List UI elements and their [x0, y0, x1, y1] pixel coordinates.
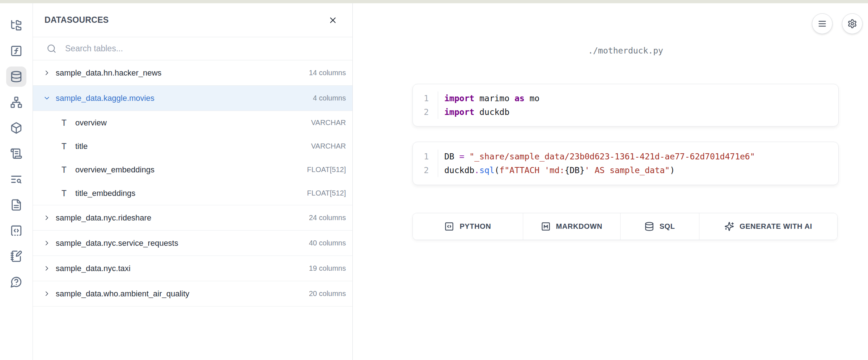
settings-gear-icon[interactable] [842, 13, 863, 34]
notebook-main: ./motherduck.py 12 import marimo as moim… [353, 3, 868, 360]
add-sql-label: SQL [660, 222, 675, 231]
add-sql-cell-button[interactable]: SQL [621, 213, 699, 240]
scratchpad-icon[interactable] [6, 246, 26, 266]
column-type: VARCHAR [311, 119, 346, 127]
file-tree-icon[interactable] [6, 15, 26, 35]
table-name: sample_data.nyc.rideshare [56, 213, 304, 223]
datasources-panel: DATASOURCES sample_data.hn.hacker_news 1… [33, 3, 353, 360]
notebook-filename[interactable]: ./motherduck.py [412, 45, 839, 56]
notebook-column: ./motherduck.py 12 import marimo as moim… [412, 3, 839, 240]
table-column-count: 20 columns [309, 290, 346, 298]
chevron-icon [43, 239, 51, 247]
table-row[interactable]: sample_data.who.ambient_air_quality 20 c… [33, 281, 352, 307]
table-name: sample_data.nyc.taxi [56, 264, 304, 273]
table-row[interactable]: sample_data.hn.hacker_news 14 columns [33, 60, 352, 86]
document-icon[interactable] [6, 195, 26, 215]
dependency-graph-icon[interactable] [6, 92, 26, 112]
table-column-count: 40 columns [309, 239, 346, 247]
table-name: sample_data.nyc.service_requests [56, 239, 304, 248]
line-numbers: 12 [413, 91, 438, 119]
columns-group: T overview VARCHAR T title VARCHAR T ove… [33, 111, 352, 205]
code-editor[interactable]: DB = "_share/sample_data/23b0d623-1361-4… [438, 150, 838, 177]
list-search-icon[interactable] [6, 169, 26, 189]
add-cell-bar: PYTHON MARKDOWN SQL GENERATE WITH AI [412, 213, 838, 240]
varchar-type-icon: T [60, 142, 68, 151]
varchar-type-icon: T [60, 165, 68, 175]
database-icon[interactable] [6, 67, 26, 87]
package-icon[interactable] [6, 118, 26, 138]
column-row[interactable]: T overview_embeddings FLOAT[512] [33, 158, 352, 181]
tables-list: sample_data.hn.hacker_news 14 columns sa… [33, 60, 352, 360]
table-column-count: 14 columns [309, 69, 346, 77]
varchar-type-icon: T [60, 189, 68, 198]
add-markdown-label: MARKDOWN [556, 222, 602, 231]
function-square-icon[interactable] [6, 41, 26, 61]
add-markdown-cell-button[interactable]: MARKDOWN [523, 213, 621, 240]
column-row[interactable]: T overview VARCHAR [33, 111, 352, 134]
add-python-cell-button[interactable]: PYTHON [413, 213, 523, 240]
column-type: VARCHAR [311, 142, 346, 150]
help-chat-icon[interactable] [6, 272, 26, 292]
table-column-count: 24 columns [309, 214, 346, 222]
table-row[interactable]: sample_data.nyc.taxi 19 columns [33, 256, 352, 281]
table-name: sample_data.who.ambient_air_quality [56, 289, 304, 299]
column-type: FLOAT[512] [307, 166, 346, 174]
table-column-count: 19 columns [309, 264, 346, 273]
table-name: sample_data.kaggle.movies [56, 94, 308, 103]
table-row[interactable]: sample_data.kaggle.movies 4 columns [33, 86, 352, 111]
line-numbers: 12 [413, 150, 438, 177]
generate-with-ai-label: GENERATE WITH AI [740, 222, 812, 231]
code-square-icon [444, 222, 454, 231]
close-icon[interactable] [328, 16, 338, 25]
left-icon-rail [0, 3, 33, 360]
generate-with-ai-button[interactable]: GENERATE WITH AI [699, 213, 837, 240]
app-root: DATASOURCES sample_data.hn.hacker_news 1… [0, 3, 868, 360]
column-row[interactable]: T title VARCHAR [33, 134, 352, 158]
snippets-code-icon[interactable] [6, 220, 26, 241]
varchar-type-icon: T [60, 118, 68, 128]
chevron-icon [43, 214, 51, 222]
table-column-count: 4 columns [313, 94, 346, 102]
table-row[interactable]: sample_data.nyc.rideshare 24 columns [33, 205, 352, 231]
chevron-icon [43, 265, 51, 272]
chevron-icon [43, 290, 51, 297]
column-type: FLOAT[512] [307, 189, 346, 197]
datasources-panel-header: DATASOURCES [33, 3, 352, 37]
code-editor[interactable]: import marimo as moimport duckdb [438, 91, 838, 119]
column-name: title [75, 142, 304, 151]
search-tables-input[interactable] [64, 43, 344, 54]
database-icon [644, 222, 654, 231]
column-name: overview_embeddings [75, 165, 300, 175]
column-name: title_embeddings [75, 189, 300, 198]
column-name: overview [75, 118, 304, 128]
table-row[interactable]: sample_data.nyc.service_requests 40 colu… [33, 231, 352, 256]
panel-title: DATASOURCES [45, 15, 109, 25]
search-row [33, 37, 352, 60]
markdown-square-icon [541, 222, 551, 231]
chevron-icon [43, 69, 51, 77]
search-icon [47, 44, 56, 53]
code-cell[interactable]: 12 DB = "_share/sample_data/23b0d623-136… [412, 142, 839, 185]
add-python-label: PYTHON [460, 222, 491, 231]
scroll-logs-icon[interactable] [6, 143, 26, 164]
table-name: sample_data.hn.hacker_news [56, 68, 304, 78]
column-row[interactable]: T title_embeddings FLOAT[512] [33, 181, 352, 205]
chevron-icon [43, 94, 51, 102]
code-cell[interactable]: 12 import marimo as moimport duckdb [412, 84, 839, 127]
sparkles-icon [724, 222, 734, 231]
window-top-strip [0, 0, 868, 3]
